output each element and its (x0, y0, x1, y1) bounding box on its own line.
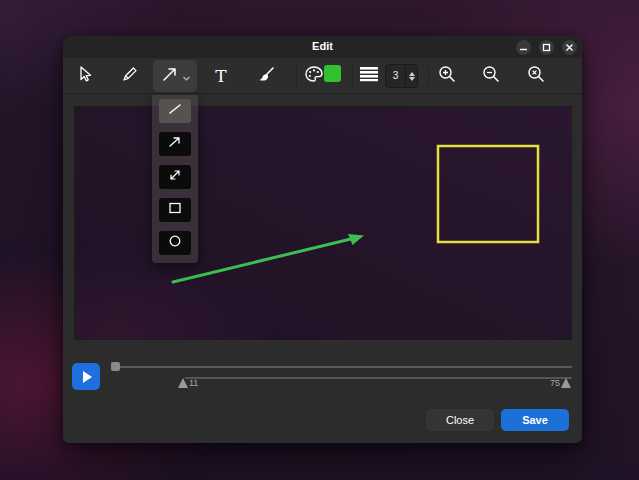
zoom-in-button[interactable] (425, 60, 469, 92)
zoom-reset-button[interactable] (514, 60, 558, 92)
thickness-value: 3 (386, 65, 405, 87)
dropdown-item-arrow[interactable] (159, 132, 191, 156)
close-icon (565, 43, 574, 52)
thickness-button[interactable] (355, 60, 383, 92)
close-button[interactable] (562, 40, 577, 55)
dropdown-item-rectangle[interactable] (159, 198, 191, 222)
shape-dropdown-menu (152, 95, 198, 263)
toolbar: T (63, 58, 582, 94)
maximize-icon (542, 43, 551, 52)
arrow-ne-icon (161, 65, 181, 87)
minimize-icon (519, 43, 528, 52)
desktop: { "window": { "title": "Edit", "controls… (0, 0, 639, 480)
pencil-tool-button[interactable] (108, 60, 152, 92)
save-button[interactable]: Save (501, 409, 569, 431)
shape-tool-button[interactable] (153, 60, 197, 92)
trim-end-label: 75 (550, 378, 560, 388)
seek-slider-handle[interactable] (111, 362, 120, 371)
toolbar-separator (352, 66, 353, 86)
trim-start-marker[interactable]: 11 (178, 378, 198, 388)
zoom-out-icon (482, 65, 500, 87)
palette-icon (304, 65, 324, 87)
ellipse-shape-icon (167, 234, 183, 252)
annotations-layer (75, 107, 573, 341)
edit-canvas[interactable] (74, 106, 572, 340)
yellow-rectangle-annotation[interactable] (438, 146, 538, 242)
highlighter-tool-button[interactable] (244, 60, 288, 92)
pencil-icon (121, 65, 139, 87)
spin-down-icon[interactable] (409, 77, 415, 81)
spinner-arrows[interactable] (405, 65, 417, 87)
trim-end-marker[interactable]: 75 (550, 378, 571, 388)
line-thickness-icon (359, 66, 379, 86)
brush-icon (257, 65, 276, 87)
text-icon: T (215, 66, 226, 86)
seek-slider-track[interactable] (113, 366, 572, 368)
rectangle-shape-icon (167, 201, 183, 219)
line-shape-icon (167, 102, 183, 120)
text-tool-button[interactable]: T (199, 60, 243, 92)
trim-start-label: 11 (189, 378, 198, 388)
chevron-down-icon (183, 67, 190, 85)
edit-window: Edit (63, 36, 582, 443)
trim-end-handle-icon (561, 378, 571, 388)
minimize-button[interactable] (516, 40, 531, 55)
arrow-shape-icon (167, 135, 183, 153)
zoom-out-button[interactable] (469, 60, 513, 92)
dropdown-item-double-arrow[interactable] (159, 165, 191, 189)
titlebar[interactable]: Edit (63, 36, 582, 58)
thickness-spinner[interactable]: 3 (385, 64, 418, 88)
play-icon (83, 371, 92, 383)
maximize-button[interactable] (539, 40, 554, 55)
zoom-reset-icon (527, 65, 545, 87)
close-action-button[interactable]: Close (426, 409, 494, 431)
play-button[interactable] (72, 363, 100, 390)
toolbar-separator (296, 66, 297, 86)
trim-range-track[interactable] (185, 377, 572, 379)
dropdown-item-ellipse[interactable] (159, 231, 191, 255)
double-arrow-shape-icon (167, 168, 183, 186)
green-arrow-annotation[interactable] (173, 234, 364, 282)
dropdown-item-line[interactable] (159, 99, 191, 123)
trim-start-handle-icon (178, 378, 188, 388)
cursor-icon (76, 65, 94, 87)
select-tool-button[interactable] (63, 60, 107, 92)
window-title: Edit (63, 40, 582, 52)
zoom-in-icon (438, 65, 456, 87)
current-color-swatch[interactable] (324, 65, 341, 82)
spin-up-icon[interactable] (409, 72, 415, 76)
